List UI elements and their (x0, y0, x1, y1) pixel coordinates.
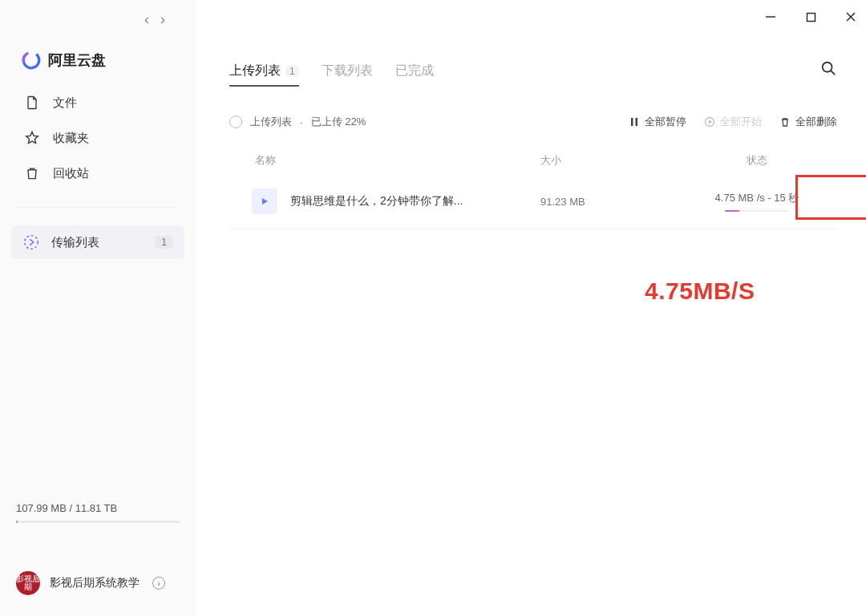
list-header-left: 上传列表 · 已上传 22% (229, 115, 629, 129)
sidebar-item-files[interactable]: 文件 (24, 95, 196, 111)
sidebar-divider (16, 207, 180, 208)
col-size: 大小 (540, 153, 677, 168)
user-name: 影视后期系统教学 (50, 576, 140, 590)
svg-line-8 (831, 71, 835, 75)
file-progress-bar (725, 210, 789, 212)
select-all-checkbox[interactable] (229, 116, 242, 128)
trash-icon (779, 116, 791, 128)
table-columns: 名称 大小 状态 (229, 153, 837, 168)
user-block[interactable]: 影视后期 影视后期系统教学 › (16, 571, 165, 595)
storage-text: 107.99 MB / 11.81 TB (16, 502, 117, 514)
sidebar-item-label: 回收站 (53, 166, 89, 181)
tab-upload[interactable]: 上传列表 1 (229, 63, 299, 86)
nav-forward-icon[interactable]: › (160, 12, 165, 26)
search-icon (819, 59, 837, 77)
svg-rect-4 (807, 13, 815, 21)
trash-icon (24, 165, 40, 181)
nav-arrows: ‹ › (144, 11, 196, 27)
file-size: 91.23 MB (540, 196, 677, 208)
logo-icon (21, 50, 42, 71)
delete-all-button[interactable]: 全部删除 (779, 115, 837, 129)
file-icon (24, 95, 40, 111)
tab-label: 下载列表 (322, 63, 373, 79)
svg-point-7 (823, 63, 832, 72)
transfer-icon (22, 233, 40, 251)
window-controls (763, 10, 858, 24)
play-circle-icon (704, 116, 715, 128)
list-header-actions: 全部暂停 全部开始 全部删除 (629, 115, 837, 129)
separator: · (300, 116, 303, 128)
tab-label: 已完成 (395, 63, 434, 79)
file-status-text: 4.75 MB /s - 15 秒 (677, 191, 837, 205)
svg-rect-10 (636, 118, 638, 126)
file-name: 剪辑思维是什么，2分钟带你了解... (290, 194, 540, 209)
tab-label: 上传列表 (229, 63, 281, 79)
sidebar-transfer-badge: 1 (155, 236, 173, 249)
table-row[interactable]: 剪辑思维是什么，2分钟带你了解... 91.23 MB 4.75 MB /s -… (229, 182, 837, 229)
sidebar-item-recycle[interactable]: 回收站 (24, 165, 196, 181)
file-status: 4.75 MB /s - 15 秒 (677, 191, 837, 212)
sidebar-menu: 文件 收藏夹 回收站 (0, 95, 196, 181)
app-name: 阿里云盘 (48, 51, 106, 70)
list-header: 上传列表 · 已上传 22% 全部暂停 全部开始 全部删除 (229, 115, 837, 129)
upload-progress: 已上传 22% (311, 115, 366, 129)
svg-rect-9 (631, 118, 633, 126)
sidebar-item-label: 收藏夹 (53, 131, 89, 146)
tab-done[interactable]: 已完成 (395, 63, 434, 86)
chevron-right-icon: › (152, 577, 165, 590)
star-icon (24, 130, 40, 146)
annotation-text: 4.75MB/S (645, 278, 755, 305)
sidebar-item-favorites[interactable]: 收藏夹 (24, 130, 196, 146)
window-close-icon[interactable] (844, 10, 858, 24)
storage-usage: 107.99 MB / 11.81 TB (16, 502, 180, 523)
list-title: 上传列表 (250, 115, 292, 129)
col-name: 名称 (255, 153, 540, 168)
col-status: 状态 (677, 153, 837, 168)
window-minimize-icon[interactable] (763, 10, 778, 24)
start-all-button: 全部开始 (704, 115, 762, 129)
window-maximize-icon[interactable] (803, 10, 818, 24)
pause-icon (629, 116, 640, 128)
tab-download[interactable]: 下载列表 (322, 63, 373, 86)
pause-all-button[interactable]: 全部暂停 (629, 115, 686, 129)
sidebar-item-label: 文件 (53, 95, 77, 111)
avatar: 影视后期 (16, 571, 40, 595)
svg-point-2 (25, 236, 38, 249)
play-icon (260, 197, 269, 206)
tab-badge: 1 (285, 66, 299, 77)
search-button[interactable] (819, 59, 837, 80)
storage-bar (16, 521, 180, 523)
sidebar-transfer-label: 传输列表 (51, 235, 155, 250)
sidebar: ‹ › 阿里云盘 文件 收藏夹 回收站 传输列表 1 107.99 MB / (0, 0, 196, 616)
app-logo: 阿里云盘 (21, 50, 196, 71)
file-type-icon (252, 188, 277, 214)
nav-back-icon[interactable]: ‹ (144, 12, 149, 26)
main: 上传列表 1 下载列表 已完成 上传列表 · 已上传 22% 全部暂停 全部开始 (196, 0, 866, 616)
sidebar-item-transfer[interactable]: 传输列表 1 (11, 225, 184, 259)
tabs: 上传列表 1 下载列表 已完成 (229, 63, 837, 86)
